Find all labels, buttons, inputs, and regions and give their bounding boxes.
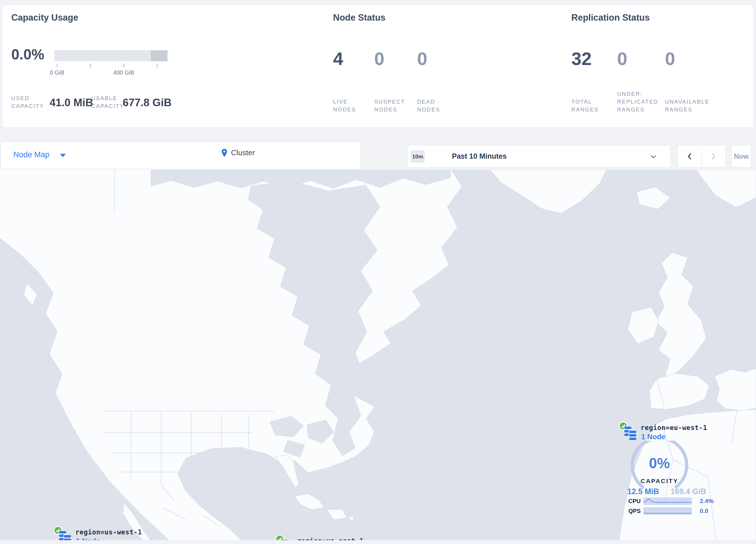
capacity-usage-title: Capacity Usage bbox=[11, 12, 78, 23]
node-status-title: Node Status bbox=[333, 12, 386, 23]
axis-tick-label: 0 GiB bbox=[40, 69, 74, 76]
qps-label: QPS bbox=[626, 508, 641, 514]
qps-row: QPS 0.0 bbox=[626, 507, 721, 515]
suspect-nodes-count: 0 bbox=[374, 49, 411, 68]
database-nodes-icon bbox=[280, 539, 294, 540]
region-label: region=us-west-1 bbox=[75, 528, 142, 536]
live-nodes-stat: 4 LIVE NODES bbox=[333, 49, 368, 113]
live-nodes-label: LIVE NODES bbox=[333, 98, 368, 113]
live-nodes-count: 4 bbox=[333, 49, 368, 68]
total-ranges-stat: 32 TOTAL RANGES bbox=[571, 49, 609, 113]
capacity-caption: CAPACITY bbox=[630, 478, 688, 485]
chevron-left-icon bbox=[687, 153, 692, 160]
capacity-usage-bar bbox=[54, 50, 168, 61]
total-capacity-value: 169.4 GiB bbox=[670, 487, 706, 496]
dead-nodes-stat: 0 DEAD NODES bbox=[417, 49, 452, 113]
time-range-label: Past 10 Minutes bbox=[452, 152, 507, 160]
total-ranges-count: 32 bbox=[571, 49, 609, 68]
location-pin-icon bbox=[221, 148, 228, 157]
axis-tick bbox=[90, 64, 91, 67]
map-toolbar: Node Map Cluster bbox=[1, 141, 361, 169]
database-nodes-icon bbox=[623, 426, 638, 443]
suspect-nodes-label: SUSPECT NODES bbox=[374, 98, 411, 113]
node-count-link[interactable]: 1 Node bbox=[641, 433, 665, 441]
under-replicated-label: UNDER-REPLICATED RANGES bbox=[617, 90, 665, 113]
axis-tick bbox=[57, 64, 57, 67]
region-marker-us-west-1[interactable]: region=us-west-1 1 Node 0% CAPACITY 12.2… bbox=[43, 526, 145, 540]
region-marker-eu-west-1[interactable]: region=eu-west-1 1 Node 0% CAPACITY 12.5… bbox=[609, 422, 710, 519]
used-capacity-value: 12.5 MiB bbox=[627, 487, 659, 496]
time-step-controls bbox=[677, 145, 726, 167]
suspect-nodes-stat: 0 SUSPECT NODES bbox=[374, 49, 411, 113]
breadcrumb[interactable]: Cluster bbox=[221, 148, 255, 157]
caret-down-icon bbox=[60, 154, 66, 157]
breadcrumb-cluster: Cluster bbox=[231, 148, 255, 157]
capacity-usage-percent: 0.0% bbox=[11, 46, 44, 63]
unavailable-ranges-label: UNAVAILABLE RANGES bbox=[665, 98, 714, 113]
time-range-selector[interactable]: 10m Past 10 Minutes bbox=[408, 145, 670, 167]
now-button[interactable]: Now bbox=[731, 145, 751, 167]
view-selector-dropdown[interactable]: Node Map bbox=[13, 150, 66, 159]
used-capacity-label: USED CAPACITY bbox=[11, 94, 49, 110]
cpu-value: 2.4% bbox=[700, 498, 714, 505]
cpu-row: CPU 2.4% bbox=[626, 497, 721, 505]
cpu-label: CPU bbox=[626, 498, 641, 505]
capacity-usage-bar-nonusable bbox=[151, 50, 168, 61]
region-label: region=us-east-1 bbox=[297, 537, 364, 540]
cpu-sparkline bbox=[644, 498, 692, 505]
chevron-down-icon bbox=[650, 155, 656, 158]
used-capacity-value: 41.0 MiB bbox=[50, 97, 93, 109]
unavailable-ranges-stat: 0 UNAVAILABLE RANGES bbox=[665, 49, 714, 113]
cluster-summary-panel: Capacity Usage 0.0% 0 GiB 400 GiB USED C… bbox=[2, 5, 754, 128]
unavailable-ranges-count: 0 bbox=[665, 49, 714, 68]
time-step-forward-button[interactable] bbox=[702, 145, 726, 167]
region-marker-us-east-1[interactable]: region=us-east-1 2 Nodes 0% CAPACITY 16.… bbox=[265, 535, 367, 540]
node-count-link[interactable]: 1 Node bbox=[76, 537, 100, 540]
under-replicated-count: 0 bbox=[617, 49, 665, 68]
view-selector-label: Node Map bbox=[13, 150, 50, 159]
total-ranges-label: TOTAL RANGES bbox=[571, 98, 609, 113]
axis-tick bbox=[157, 64, 157, 67]
capacity-values: 12.5 MiB 169.4 GiB bbox=[627, 487, 706, 496]
capacity-percent: 0% bbox=[630, 455, 688, 472]
time-range-badge: 10m bbox=[411, 150, 425, 163]
axis-tick bbox=[123, 64, 124, 67]
qps-sparkline bbox=[644, 507, 692, 515]
replication-status-title: Replication Status bbox=[571, 12, 650, 23]
under-replicated-stat: 0 UNDER-REPLICATED RANGES bbox=[617, 49, 665, 113]
time-step-back-button[interactable] bbox=[678, 145, 702, 167]
node-map[interactable]: region=us-west-1 1 Node 0% CAPACITY 12.2… bbox=[0, 170, 756, 540]
usable-capacity-value: 677.8 GiB bbox=[123, 97, 172, 109]
qps-value: 0.0 bbox=[700, 507, 708, 514]
dead-nodes-label: DEAD NODES bbox=[417, 98, 452, 113]
dead-nodes-count: 0 bbox=[417, 49, 452, 68]
axis-tick-label: 400 GiB bbox=[106, 69, 141, 76]
region-label: region=eu-west-1 bbox=[641, 424, 707, 431]
database-nodes-icon bbox=[58, 530, 72, 540]
chevron-right-icon bbox=[711, 153, 716, 160]
